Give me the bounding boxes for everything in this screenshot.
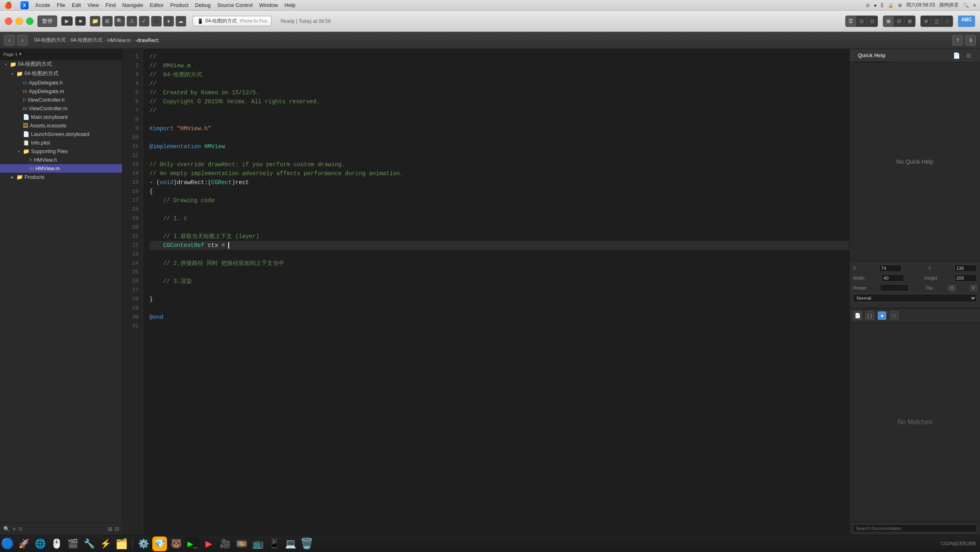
sidebar-more-btn[interactable]: ⊟ bbox=[115, 526, 119, 532]
sidebar-item-project[interactable]: ▾ 📁 04-绘图的方式 bbox=[0, 60, 122, 69]
file-inspector-btn[interactable]: ℹ bbox=[965, 35, 976, 46]
rotate-input[interactable] bbox=[880, 284, 909, 292]
show-debug2-btn[interactable]: ◫ bbox=[931, 16, 942, 27]
standard-editor-btn[interactable]: ⊞ bbox=[883, 16, 894, 27]
report-nav-btn[interactable]: ☁ bbox=[176, 16, 186, 27]
stop-button[interactable]: ■ bbox=[75, 16, 86, 26]
active-tab[interactable]: 📱 04-绘图的方式 iPhone 6s Plus bbox=[193, 16, 272, 26]
dock-launchpad[interactable]: 🚀 bbox=[16, 536, 31, 551]
menu-source-control[interactable]: Source Control bbox=[217, 2, 253, 8]
menu-help[interactable]: Help bbox=[285, 2, 296, 8]
menu-find[interactable]: Find bbox=[105, 2, 116, 8]
dock-video6[interactable]: 💻 bbox=[283, 536, 298, 551]
inspector-toggle[interactable]: ⊡ bbox=[867, 16, 878, 27]
dock-archive[interactable]: 🗂️ bbox=[114, 536, 129, 551]
show-debug3-btn[interactable]: □ bbox=[942, 16, 953, 27]
menu-window[interactable]: Window bbox=[259, 2, 278, 8]
dock-settings[interactable]: ⚙️ bbox=[136, 536, 151, 551]
assistant-editor-btn[interactable]: ⊟ bbox=[894, 16, 904, 27]
dock-video1[interactable]: ▶ bbox=[201, 536, 216, 551]
right-search-input[interactable] bbox=[853, 524, 977, 532]
dock-mouseitem[interactable]: 🖱️ bbox=[49, 536, 64, 551]
control-center-icon[interactable]: ≡ bbox=[973, 2, 976, 8]
forward-btn[interactable]: › bbox=[17, 35, 28, 46]
x-input[interactable] bbox=[879, 265, 902, 272]
dock-video3[interactable]: 🎞️ bbox=[234, 536, 249, 551]
show-debug-btn[interactable]: ⊛ bbox=[921, 16, 931, 27]
sidebar-toggle[interactable]: ☰ bbox=[846, 16, 856, 27]
apple-menu-icon[interactable]: 🍎 bbox=[4, 1, 12, 9]
menu-editor[interactable]: Editor bbox=[150, 2, 164, 8]
sidebar-item-supportingfiles[interactable]: ▾ 📁 Supporting Files bbox=[0, 147, 122, 156]
dock-tools1[interactable]: 🔧 bbox=[82, 536, 96, 551]
sidebar-item-mainstoryboard[interactable]: 📄 Main.storyboard bbox=[0, 113, 122, 121]
dock-sketch[interactable]: 💎 bbox=[152, 536, 167, 551]
flip-h-btn[interactable]: H bbox=[948, 285, 955, 291]
symbol-nav-btn[interactable]: ⊞ bbox=[102, 16, 113, 27]
find-nav-btn[interactable]: 🔍 bbox=[114, 16, 125, 27]
quick-help-btn[interactable]: ? bbox=[952, 35, 963, 46]
rp-quick-help-btn[interactable]: ● bbox=[878, 311, 886, 320]
menu-view[interactable]: View bbox=[87, 2, 99, 8]
dock-bear[interactable]: 🐻 bbox=[169, 536, 183, 551]
dock-trash[interactable]: 🗑️ bbox=[299, 536, 314, 551]
sidebar-action-btn[interactable]: ⊙ bbox=[18, 526, 23, 532]
add-file-btn[interactable]: + bbox=[12, 525, 16, 533]
menu-product[interactable]: Product bbox=[170, 2, 189, 8]
height-input[interactable] bbox=[954, 274, 977, 282]
dock-video5[interactable]: 📱 bbox=[267, 536, 281, 551]
minimize-button[interactable] bbox=[16, 18, 23, 25]
sidebar-item-appdelegatem[interactable]: m AppDelegate.m bbox=[0, 87, 122, 96]
pause-button[interactable]: 暂停 bbox=[38, 16, 57, 27]
dock-finder[interactable]: 🔵 bbox=[0, 536, 15, 551]
issue-nav-btn[interactable]: ⚠ bbox=[127, 16, 137, 27]
editor-toggle[interactable]: ⊡ bbox=[856, 16, 867, 27]
y-input[interactable] bbox=[954, 265, 977, 272]
maximize-button[interactable] bbox=[26, 18, 33, 25]
breadcrumb-item-3[interactable]: HMView.m bbox=[107, 38, 131, 43]
history-icon[interactable]: ⊙ bbox=[964, 51, 973, 60]
normal-select[interactable]: Normal bbox=[853, 294, 977, 302]
sidebar-item-assets[interactable]: 🖼 Assets.xcassets bbox=[0, 121, 122, 130]
sidebar-item-launchscreen[interactable]: 📄 LaunchScreen.storyboard bbox=[0, 130, 122, 138]
sidebar-item-infoplist[interactable]: 📋 Info.plist bbox=[0, 138, 122, 147]
version-editor-btn[interactable]: ⊠ bbox=[904, 16, 915, 27]
menu-navigate[interactable]: Navigate bbox=[122, 2, 143, 8]
run-button[interactable]: ▶ bbox=[61, 16, 73, 26]
rp-code-btn[interactable]: { } bbox=[865, 311, 874, 320]
dock-safari[interactable]: 🌐 bbox=[33, 536, 47, 551]
dock-media[interactable]: 🎬 bbox=[65, 536, 80, 551]
menu-edit[interactable]: Edit bbox=[72, 2, 81, 8]
sidebar-item-hmviewh[interactable]: h HMView.h bbox=[0, 156, 122, 164]
sidebar-item-appdelegateh[interactable]: m AppDelegate.h bbox=[0, 78, 122, 87]
menu-xcode[interactable]: Xcode bbox=[35, 2, 50, 8]
sidebar-search-icon[interactable]: 🔍 bbox=[3, 526, 10, 532]
sidebar-item-hmviewm[interactable]: m HMView.m bbox=[0, 164, 122, 173]
sidebar-filter-btn[interactable]: ⊞ bbox=[108, 526, 112, 532]
rp-more-btn[interactable]: □ bbox=[890, 311, 899, 320]
menu-debug[interactable]: Debug bbox=[195, 2, 211, 8]
search-icon[interactable]: 🔍 bbox=[963, 2, 969, 8]
flip-v-btn[interactable]: V bbox=[970, 285, 977, 291]
sidebar-item-subproject[interactable]: ▾ 📁 04-绘图的方式 bbox=[0, 69, 122, 78]
file-inspector-icon[interactable]: 📄 bbox=[951, 51, 961, 60]
dock-video4[interactable]: 📺 bbox=[250, 536, 265, 551]
file-nav-btn[interactable]: 📁 bbox=[90, 16, 100, 27]
dock-video2[interactable]: 🎥 bbox=[218, 536, 232, 551]
dock-flash[interactable]: ⚡ bbox=[98, 536, 113, 551]
debug-nav-btn[interactable]: ⬛ bbox=[151, 16, 162, 27]
rp-file-btn[interactable]: 📄 bbox=[853, 311, 862, 320]
sidebar-item-viewcontrollerm[interactable]: m ViewController.m bbox=[0, 104, 122, 113]
menu-file[interactable]: File bbox=[57, 2, 65, 8]
width-input[interactable] bbox=[882, 274, 904, 282]
breadcrumb-item-1[interactable]: 04-绘图的方式 bbox=[34, 37, 66, 44]
test-nav-btn[interactable]: ✓ bbox=[139, 16, 149, 27]
sidebar-item-viewcontrollerh[interactable]: h ViewController.h bbox=[0, 96, 122, 104]
code-text[interactable]: // // HMView.m // 04-绘图的方式 // // Created… bbox=[143, 49, 849, 535]
sidebar-item-products[interactable]: ▶ 📁 Products bbox=[0, 173, 122, 181]
close-button[interactable] bbox=[5, 18, 12, 25]
code-container[interactable]: 1 2 3 4 5 6 7 8 9 10 11 12 13 14 15 16 1… bbox=[122, 49, 849, 535]
breadcrumb-item-2[interactable]: 04-绘图的方式 bbox=[71, 37, 102, 44]
dock-terminal[interactable]: ▶_ bbox=[185, 536, 200, 551]
back-btn[interactable]: ‹ bbox=[4, 35, 15, 46]
